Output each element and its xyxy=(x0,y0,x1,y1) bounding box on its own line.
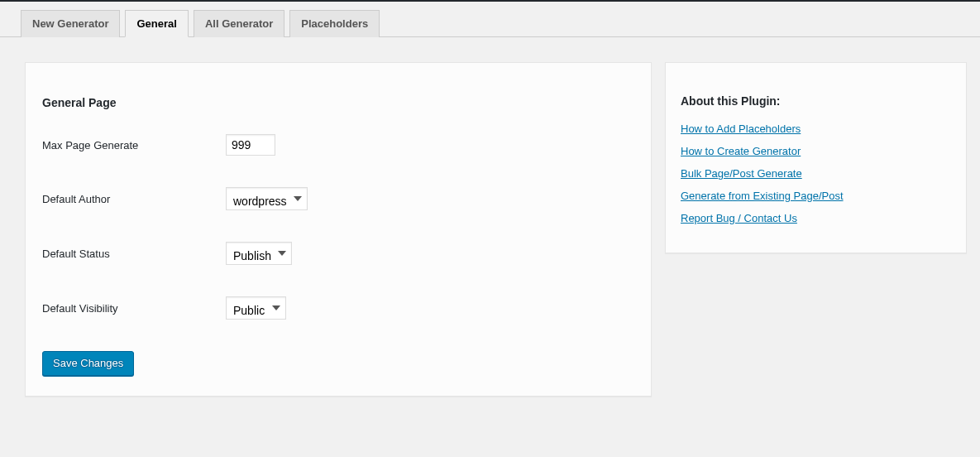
tab-general[interactable]: General xyxy=(125,10,188,37)
label-default-status: Default Status xyxy=(42,248,226,260)
sidebar-heading: About this Plugin: xyxy=(681,94,951,108)
link-how-to-create-generator[interactable]: How to Create Generator xyxy=(681,145,801,157)
link-bulk-page-post-generate[interactable]: Bulk Page/Post Generate xyxy=(681,167,802,180)
row-max-page: Max Page Generate xyxy=(42,134,634,156)
submit-row: Save Changes xyxy=(42,351,634,376)
save-changes-button[interactable]: Save Changes xyxy=(42,351,134,376)
tab-placeholders[interactable]: Placeholders xyxy=(289,10,380,37)
content-area: General Page Max Page Generate Default A… xyxy=(0,37,980,397)
input-max-page[interactable] xyxy=(226,134,275,156)
tab-all-generator[interactable]: All Generator xyxy=(194,10,284,37)
row-default-visibility: Default Visibility Public xyxy=(42,296,634,320)
link-how-to-add-placeholders[interactable]: How to Add Placeholders xyxy=(681,123,801,135)
link-generate-from-existing[interactable]: Generate from Existing Page/Post xyxy=(681,190,844,202)
sidebar-panel: About this Plugin: How to Add Placeholde… xyxy=(665,62,967,253)
row-default-author: Default Author wordpress xyxy=(42,187,634,210)
label-default-visibility: Default Visibility xyxy=(42,302,226,315)
panel-heading: General Page xyxy=(42,96,634,109)
tabs-wrapper: New Generator General All Generator Plac… xyxy=(0,2,980,37)
label-max-page: Max Page Generate xyxy=(42,139,226,152)
form-table: Max Page Generate Default Author wordpre… xyxy=(42,134,634,376)
label-default-author: Default Author xyxy=(42,193,226,205)
tabs: New Generator General All Generator Plac… xyxy=(21,9,963,36)
tab-new-generator[interactable]: New Generator xyxy=(21,10,120,37)
select-default-author[interactable]: wordpress xyxy=(226,187,308,210)
row-default-status: Default Status Publish xyxy=(42,242,634,265)
select-default-visibility[interactable]: Public xyxy=(226,296,286,320)
link-report-bug-contact[interactable]: Report Bug / Contact Us xyxy=(681,212,797,224)
sidebar-links: How to Add Placeholders How to Create Ge… xyxy=(681,123,951,224)
main-panel: General Page Max Page Generate Default A… xyxy=(25,62,652,397)
select-default-status[interactable]: Publish xyxy=(226,242,292,265)
